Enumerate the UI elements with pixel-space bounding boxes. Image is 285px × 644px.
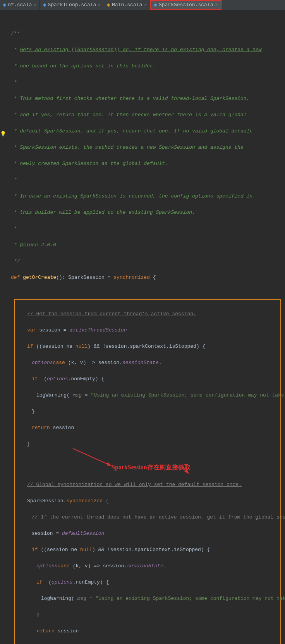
doc-line: * SparkSession exists, the method create… — [3, 143, 285, 151]
code-line: SparkSession.synchronized { — [15, 497, 279, 505]
code-line: if (options.nonEmpty) { — [15, 375, 279, 383]
doc-line: * this builder will be applied to the ex… — [3, 208, 285, 216]
code-line: session = defaultSession — [15, 529, 279, 538]
code-line: if (options.nonEmpty) { — [15, 578, 279, 586]
doc-line: * @since 2.0.0 — [3, 241, 285, 249]
doc-line: * — [3, 78, 285, 86]
code-line: return session — [15, 424, 279, 432]
code-line: } — [15, 611, 279, 619]
doc-line: * — [3, 225, 285, 233]
code-line: if ((session ne null) && !session.sparkC… — [15, 546, 279, 554]
close-icon[interactable]: × — [215, 3, 218, 7]
doc-line: /** — [3, 29, 285, 38]
comment-line: // Global synchronization so we will onl… — [15, 481, 279, 489]
scala-icon: ◉ — [154, 2, 157, 8]
doc-line: * and if yes, return that one. It then c… — [3, 111, 285, 119]
tab-main[interactable]: ◉Main.scala× — [104, 0, 150, 10]
tab-label: SparkILoop.scala — [48, 2, 96, 8]
code-line: return session — [15, 627, 279, 635]
close-icon[interactable]: × — [34, 3, 37, 7]
doc-line: * default SparkSession, and if yes, retu… — [3, 127, 285, 135]
code-line: optionscase (k, v) => session.sessionSta… — [15, 562, 279, 570]
doc-line: * newly created SparkSession as the glob… — [3, 160, 285, 168]
scala-icon: ◉ — [43, 2, 46, 8]
code-line: optionscase (k, v) => session.sessionSta… — [15, 359, 279, 367]
comment-line: // If the current thread does not have a… — [15, 513, 279, 521]
svg-line-0 — [73, 448, 112, 466]
doc-line: * one based on the options set in this b… — [3, 62, 285, 70]
doc-line: * This method first checks whether there… — [3, 94, 285, 103]
tab-label: nf.scala — [8, 2, 32, 8]
tab-label: Main.scala — [112, 2, 142, 8]
editor-tabbar: ◉nf.scala× ◉SparkILoop.scala× ◉Main.scal… — [0, 0, 285, 10]
annotation-box-orange: // Get the session from current thread's… — [14, 299, 281, 644]
code-line: logWarning( msg = "Using an existing Spa… — [15, 594, 279, 603]
tab-sparksession[interactable]: ◉SparkSession.scala× — [150, 0, 221, 10]
tab-sparkiloop[interactable]: ◉SparkILoop.scala× — [40, 0, 104, 10]
tab-nf[interactable]: ◉nf.scala× — [0, 0, 40, 10]
doc-line: * Gets an existing [[SparkSession]] or, … — [3, 46, 285, 54]
intention-bulb-icon[interactable]: 💡 — [0, 130, 6, 138]
close-icon[interactable]: × — [98, 3, 101, 7]
code-line: var session = activeThreadSession — [15, 326, 279, 334]
code-line: if ((session ne null) && !session.sparkC… — [15, 342, 279, 350]
object-icon: ◉ — [107, 2, 110, 8]
scala-icon: ◉ — [3, 2, 6, 8]
tab-label: SparkSession.scala — [159, 2, 213, 8]
doc-line: * — [3, 176, 285, 184]
doc-line: */ — [3, 257, 285, 265]
code-line: def getOrCreate(): SparkSession = synchr… — [3, 273, 285, 282]
annotation-text: SparkSession存在则直接获取 — [112, 463, 191, 471]
doc-line: * In case an existing SparkSession is re… — [3, 192, 285, 200]
comment-line: // Get the session from current thread's… — [15, 310, 279, 318]
code-line: logWarning( msg = "Using an existing Spa… — [15, 391, 279, 399]
close-icon[interactable]: × — [144, 3, 147, 7]
code-editor[interactable]: 💡 /** * Gets an existing [[SparkSession]… — [0, 10, 285, 644]
svg-marker-1 — [107, 462, 112, 466]
code-line: } — [15, 407, 279, 416]
